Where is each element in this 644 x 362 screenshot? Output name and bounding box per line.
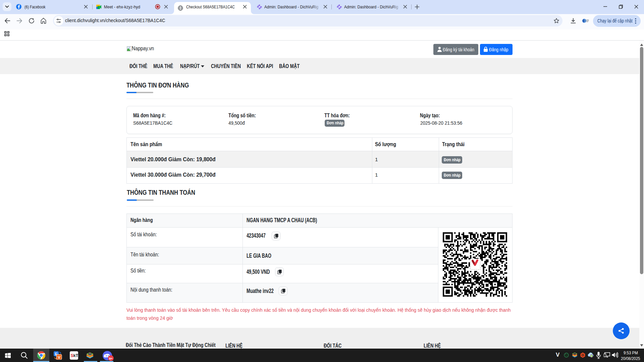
svg-text:V: V	[58, 355, 60, 359]
